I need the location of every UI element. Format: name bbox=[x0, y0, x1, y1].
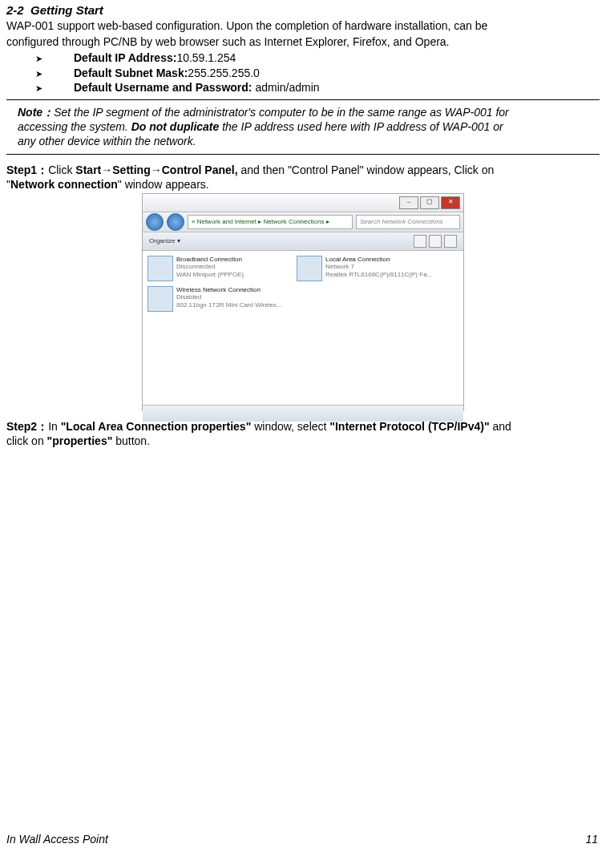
view-icon[interactable] bbox=[414, 235, 426, 248]
default-mask: Default Subnet Mask:255.255.255.0 bbox=[35, 66, 600, 80]
connection-item[interactable]: Broadband Connection Disconnected WAN Mi… bbox=[147, 256, 292, 281]
toolbar: Organize ▾ bbox=[143, 232, 463, 251]
breadcrumb[interactable]: « Network and Internet ▸ Network Connect… bbox=[188, 215, 353, 229]
page-footer: In Wall Access Point 11 bbox=[6, 833, 600, 847]
note-bold: Do not duplicate bbox=[131, 120, 220, 133]
section-number: 2-2 bbox=[6, 3, 24, 17]
note-text1: Set the IP segment of the administrator'… bbox=[54, 106, 509, 119]
step1: Step1：Click Start→Setting→Control Panel,… bbox=[6, 163, 600, 192]
default-creds: Default Username and Password: admin/adm… bbox=[35, 80, 600, 95]
intro-line1: WAP-001 support web-based configuration.… bbox=[6, 18, 600, 33]
note-text2b: the IP address used here with IP address… bbox=[219, 120, 503, 133]
broadband-icon bbox=[147, 256, 173, 281]
divider-top bbox=[6, 99, 600, 100]
footer-left: In Wall Access Point bbox=[6, 833, 108, 846]
help-icon[interactable] bbox=[444, 235, 457, 248]
maximize-button[interactable]: ▢ bbox=[420, 196, 439, 209]
default-ip: Default IP Address:10.59.1.254 bbox=[35, 50, 600, 65]
status-bar bbox=[143, 405, 463, 422]
divider-bottom bbox=[6, 154, 600, 155]
intro-line2: configured through PC/NB by web browser … bbox=[6, 34, 600, 49]
view-details-icon[interactable] bbox=[429, 235, 442, 248]
back-button[interactable] bbox=[146, 213, 164, 231]
wireless-icon bbox=[147, 286, 173, 312]
connection-item[interactable]: Wireless Network Connection Disabled 802… bbox=[147, 286, 292, 312]
forward-button[interactable] bbox=[167, 213, 184, 231]
search-input[interactable]: Search Network Connections bbox=[356, 215, 460, 229]
network-connections-screenshot: – ▢ ✕ « Network and Internet ▸ Network C… bbox=[142, 193, 464, 411]
note-text2a: accessing the system. bbox=[18, 120, 131, 133]
defaults-list: Default IP Address:10.59.1.254 Default S… bbox=[6, 50, 600, 95]
page-number: 11 bbox=[585, 833, 598, 846]
window-titlebar: – ▢ ✕ bbox=[143, 194, 463, 212]
organize-menu[interactable]: Organize ▾ bbox=[149, 232, 180, 250]
connection-item[interactable]: Local Area Connection Network 7 Realtek … bbox=[297, 256, 441, 400]
step2: Step2：In "Local Area Connection properti… bbox=[6, 419, 600, 448]
section-title: Getting Start bbox=[30, 3, 103, 17]
lan-icon bbox=[297, 256, 322, 281]
minimize-button[interactable]: – bbox=[399, 196, 418, 209]
note-text3: any other device within the network. bbox=[18, 135, 196, 147]
section-heading: 2-2 Getting Start bbox=[6, 3, 600, 17]
note-label: Note： bbox=[18, 106, 54, 119]
connections-pane: Broadband Connection Disconnected WAN Mi… bbox=[143, 251, 463, 405]
close-button[interactable]: ✕ bbox=[441, 196, 460, 209]
note-box: Note：Set the IP segment of the administr… bbox=[6, 103, 600, 151]
nav-bar: « Network and Internet ▸ Network Connect… bbox=[143, 212, 463, 232]
